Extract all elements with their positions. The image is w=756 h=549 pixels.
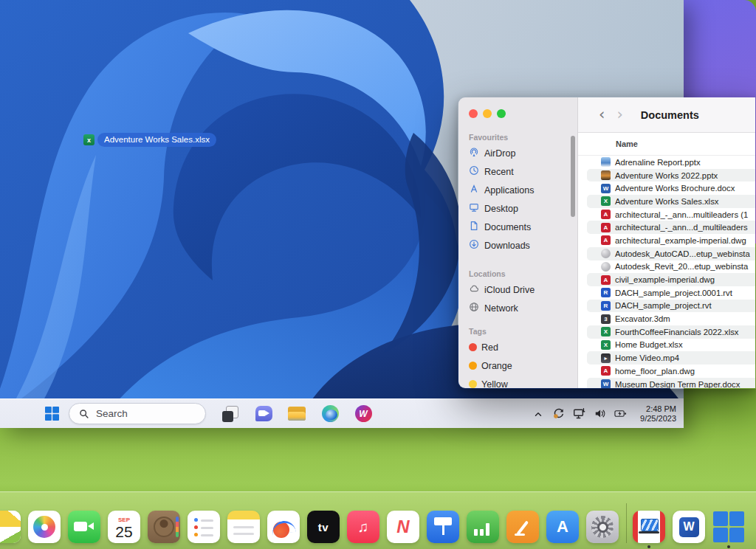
- tag-orange: [469, 362, 477, 370]
- downloads-icon: [469, 239, 479, 252]
- volume-icon[interactable]: [594, 407, 606, 420]
- microsoft-word-icon[interactable]: W: [673, 511, 705, 543]
- sidebar-item-network[interactable]: Network: [458, 299, 577, 317]
- pages-icon[interactable]: [506, 511, 539, 543]
- apple-tv-icon[interactable]: tv: [307, 511, 340, 543]
- file-row[interactable]: Aarchitectural_-_ann...d_multileaders: [587, 221, 755, 234]
- keynote-icon[interactable]: [427, 511, 459, 543]
- minimize-button[interactable]: [483, 109, 492, 118]
- sidebar-item-applications[interactable]: Applications: [458, 181, 577, 199]
- sync-icon[interactable]: [552, 407, 565, 420]
- file-row[interactable]: Autodesk_AutoCAD...etup_webinsta: [587, 247, 755, 260]
- file-row[interactable]: Aarchitectural_example-imperial.dwg: [587, 234, 755, 247]
- column-header-name[interactable]: Name: [578, 133, 755, 156]
- file-row[interactable]: 3Excavator.3dm: [587, 312, 755, 325]
- sidebar-item-airdrop[interactable]: AirDrop: [458, 144, 577, 162]
- sidebar-item-downloads[interactable]: Downloads: [458, 236, 577, 255]
- file-row[interactable]: Adrenaline Report.pptx: [587, 156, 755, 169]
- chevron-up-icon[interactable]: [532, 407, 544, 420]
- sidebar-item-yellow[interactable]: Yellow: [458, 375, 577, 389]
- display-network-icon[interactable]: [573, 407, 585, 420]
- sidebar-item-label: Applications: [484, 185, 534, 196]
- file-row[interactable]: XFourthCoffeeFinancials 2022.xlsx: [587, 325, 755, 339]
- dwg-file-icon: A: [601, 275, 611, 285]
- file-name: Adventure Works Brochure.docx: [615, 184, 735, 193]
- dock-divider: [626, 503, 627, 543]
- sidebar-item-orange[interactable]: Orange: [458, 356, 577, 375]
- file-row[interactable]: XAdventure Works Sales.xlsx: [587, 195, 755, 208]
- contacts-icon[interactable]: [148, 511, 180, 543]
- edge-icon[interactable]: [320, 404, 340, 424]
- file-row[interactable]: Ahome_floor_plan.dwg: [587, 365, 755, 378]
- parallels-desktop-icon[interactable]: [633, 511, 665, 543]
- file-row[interactable]: WMuseum Design Term Paper.docx: [587, 378, 755, 388]
- file-name: Home Budget.xlsx: [615, 340, 683, 349]
- file-row[interactable]: RDACH_sample_project.rvt: [587, 300, 755, 313]
- battery-icon[interactable]: [614, 407, 627, 420]
- file-row[interactable]: Adventure Works 2022.pptx: [587, 169, 755, 182]
- freeform-icon[interactable]: [267, 511, 300, 543]
- sidebar-item-red[interactable]: Red: [458, 338, 577, 356]
- close-button[interactable]: [469, 109, 478, 118]
- forward-button[interactable]: ›: [612, 107, 627, 122]
- zoom-button[interactable]: [497, 109, 506, 118]
- file-name: Adventure Works Sales.xlsx: [615, 197, 718, 206]
- sidebar-section-favourites: Favourites: [469, 133, 577, 142]
- desktop-icon: [469, 202, 479, 215]
- wps-office-icon[interactable]: W: [354, 404, 373, 424]
- facetime-icon[interactable]: [68, 511, 100, 543]
- calendar-icon[interactable]: SEP25: [108, 511, 140, 543]
- revit-file-icon: R: [601, 288, 611, 297]
- file-name: architectural_example-imperial.dwg: [615, 236, 746, 245]
- sidebar-item-label: Documents: [484, 222, 531, 232]
- task-view-icon[interactable]: [221, 404, 240, 424]
- sidebar-item-label: Recent: [484, 167, 514, 177]
- sidebar-item-recent[interactable]: Recent: [458, 162, 577, 181]
- partial-app-icon[interactable]: [0, 511, 21, 543]
- file-name: Home Video.mp4: [615, 353, 679, 362]
- system-settings-icon[interactable]: [586, 511, 619, 543]
- file-name: Autodesk_Revit_20...etup_webinsta: [615, 262, 748, 271]
- dock-item-app-store: A: [546, 511, 579, 543]
- dock-item-parallels-desktop: [633, 511, 665, 543]
- sidebar-item-documents[interactable]: Documents: [458, 218, 577, 236]
- taskbar-search[interactable]: Search: [69, 403, 206, 424]
- desktop-file-adventure-works-sales[interactable]: x Adventure Works Sales.xlsx: [83, 133, 216, 147]
- dwg-file-icon: A: [601, 210, 611, 219]
- windows-11-icon[interactable]: [712, 511, 745, 543]
- sidebar-item-icloud-drive[interactable]: iCloud Drive: [458, 280, 577, 299]
- file-row[interactable]: Aarchitectural_-_ann...multileaders (1: [587, 208, 755, 221]
- chat-icon[interactable]: [254, 404, 273, 424]
- photos-icon[interactable]: [28, 511, 61, 543]
- file-explorer-icon[interactable]: [287, 404, 306, 424]
- notes-icon[interactable]: [227, 511, 260, 543]
- sidebar-item-label: Downloads: [484, 241, 530, 251]
- news-icon[interactable]: N: [387, 511, 419, 543]
- dock-item-photos: [28, 511, 61, 543]
- file-row[interactable]: Autodesk_Revit_20...etup_webinsta: [587, 260, 755, 274]
- dock-item-contacts: [148, 511, 180, 543]
- sidebar-item-label: Orange: [481, 361, 512, 371]
- app-store-icon[interactable]: A: [546, 511, 579, 543]
- dock-item-apple-tv: tv: [307, 511, 340, 543]
- taskbar-clock[interactable]: 2:48 PM 9/25/2023: [635, 404, 676, 424]
- file-row[interactable]: RDACH_sample_project.0001.rvt: [587, 286, 755, 300]
- start-button[interactable]: [42, 404, 61, 424]
- dock-item-pages: [506, 511, 539, 543]
- file-row[interactable]: WAdventure Works Brochure.docx: [587, 182, 755, 195]
- sidebar-scrollbar[interactable]: [571, 136, 575, 217]
- back-button[interactable]: ‹: [594, 107, 609, 122]
- file-row[interactable]: ▸Home Video.mp4: [587, 351, 755, 365]
- sidebar-item-desktop[interactable]: Desktop: [458, 199, 577, 218]
- document-icon: [469, 221, 479, 233]
- file-row[interactable]: Acivil_example-imperial.dwg: [587, 273, 755, 286]
- file-row[interactable]: XHome Budget.xlsx: [587, 339, 755, 352]
- dock-item-app-partially-visible-: [0, 511, 21, 543]
- installer-file-icon: [601, 249, 611, 258]
- word-file-icon: W: [601, 379, 611, 388]
- clock-date: 9/25/2023: [635, 414, 676, 424]
- reminders-icon[interactable]: [188, 511, 220, 543]
- music-icon[interactable]: ♫: [347, 511, 379, 543]
- numbers-icon[interactable]: [467, 511, 499, 543]
- excel-file-icon: X: [601, 327, 611, 336]
